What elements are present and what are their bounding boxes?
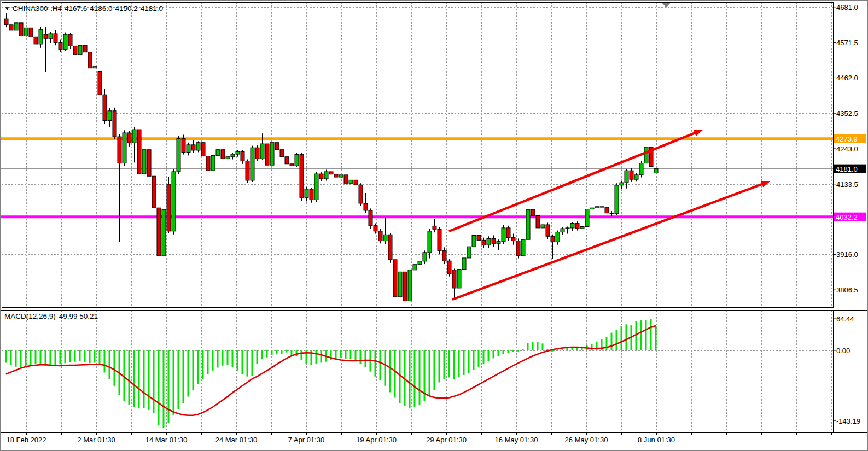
time-axis-label: 2 Mar 01:30 <box>77 436 115 444</box>
macd-name-label: MACD(12,26,9) <box>4 312 56 320</box>
chart-shift-marker-icon[interactable] <box>662 3 671 8</box>
symbol-period-label: CHINA300-,H4 <box>13 4 62 13</box>
macd-values-label: 49.99 50.21 <box>59 312 98 320</box>
time-axis-label: 19 Apr 01:30 <box>356 436 397 444</box>
macd-axis-label: 64.44 <box>836 315 854 323</box>
macd-header: MACD(12,26,9) 49.99 50.21 <box>4 312 98 320</box>
price-axis-label: 4133.5 <box>836 180 858 189</box>
macd-axis-label: 0.00 <box>836 347 850 355</box>
quote-high: 4186.0 <box>90 4 112 13</box>
quote-low: 4150.2 <box>115 4 138 13</box>
axis-ticks <box>27 7 836 435</box>
macd-pane-border <box>2 311 834 433</box>
quote-close: 4181.0 <box>141 4 163 13</box>
macd-series <box>5 319 657 428</box>
candlestick-series <box>4 13 658 306</box>
time-axis-label: 26 May 01:30 <box>565 436 608 444</box>
price-axis-label: 4243.0 <box>836 145 858 153</box>
symbol-dropdown-icon[interactable]: ▼ <box>4 6 10 11</box>
time-axis-label: 18 Feb 2022 <box>6 436 46 444</box>
price-axis-label: 4571.5 <box>836 39 858 47</box>
time-axis-label: 8 Jun 01:30 <box>638 436 675 444</box>
quote-open: 4167.6 <box>65 4 87 13</box>
trend-arrow-lower[interactable] <box>452 181 771 300</box>
time-axis-label: 24 Mar 01:30 <box>215 436 258 444</box>
support-price-tag: 4032.2 <box>834 213 866 221</box>
macd-signal-line <box>6 326 656 415</box>
price-axis-label: 3806.5 <box>836 286 858 294</box>
svg-text:4032.2: 4032.2 <box>836 213 858 221</box>
macd-axis-label: -143.19 <box>836 417 860 425</box>
chart-window: 4273.94181.04032.2 ▼ CHINA300-,H4 4167.6… <box>0 0 868 451</box>
svg-text:4181.0: 4181.0 <box>836 165 858 173</box>
price-axis-label: 4352.5 <box>836 109 858 118</box>
chart-header: ▼ CHINA300-,H4 4167.6 4186.0 4150.2 4181… <box>4 4 163 13</box>
price-axis-label: 3916.0 <box>836 250 858 259</box>
time-axis-label: 14 Mar 01:30 <box>145 436 188 444</box>
last-price-tag: 4181.0 <box>834 165 866 173</box>
price-axis-label: 4681.0 <box>836 3 858 11</box>
time-axis-label: 29 Apr 01:30 <box>426 436 467 444</box>
time-axis-label: 16 May 01:30 <box>495 436 538 444</box>
resistance-price-tag: 4273.9 <box>834 134 866 143</box>
chart-canvas[interactable]: 4273.94181.04032.2 <box>1 1 868 451</box>
svg-text:4273.9: 4273.9 <box>836 135 858 143</box>
time-axis-label: 7 Apr 01:30 <box>288 436 325 444</box>
price-axis-label: 4462.0 <box>836 74 858 82</box>
